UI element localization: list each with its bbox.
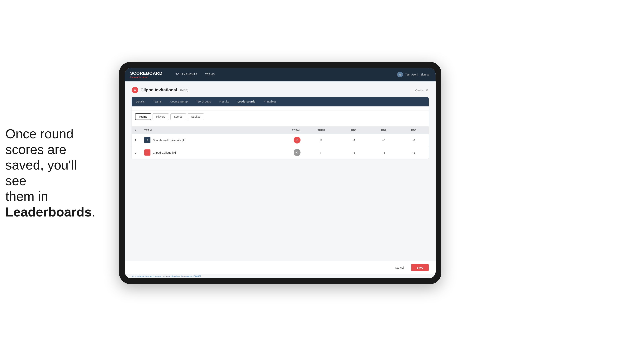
tournament-title-area: C Clippd Invitational (Men) bbox=[132, 87, 188, 93]
main-card: Details Teams Course Setup Tee Groups Re… bbox=[132, 97, 429, 159]
bottom-save-button[interactable]: Save bbox=[411, 264, 429, 271]
cancel-tournament-button[interactable]: Cancel ✕ bbox=[415, 88, 429, 92]
col-rd2: RD2 bbox=[369, 127, 399, 134]
tab-teams[interactable]: Teams bbox=[149, 97, 166, 106]
team-name: Clippd College [A] bbox=[153, 151, 176, 154]
intro-period: . bbox=[92, 205, 95, 219]
cell-rd1: -4 bbox=[339, 134, 369, 146]
user-avatar: S bbox=[397, 72, 403, 77]
tab-leaderboards[interactable]: Leaderboards bbox=[233, 97, 260, 106]
filter-teams-button[interactable]: Teams bbox=[135, 113, 151, 120]
score-badge: +3 bbox=[294, 149, 300, 156]
filter-row: Teams Players Scores Strokes bbox=[132, 111, 429, 123]
leaderboard-table: # TEAM TOTAL THRU RD1 RD2 RD3 1SScoreboa… bbox=[132, 127, 429, 159]
cell-rd2: -8 bbox=[369, 146, 399, 159]
tab-printables[interactable]: Printables bbox=[260, 97, 281, 106]
col-rank: # bbox=[132, 127, 141, 134]
intro-text: Once round scores are saved, you'll see … bbox=[5, 126, 78, 220]
table-row: 1SScoreboard University [A]-5F-4+5-6 bbox=[132, 134, 429, 146]
cell-team: SScoreboard University [A] bbox=[141, 134, 265, 146]
sub-nav: Details Teams Course Setup Tee Groups Re… bbox=[132, 97, 429, 107]
logo-area: SCOREBOARD Powered by clippd bbox=[130, 71, 162, 78]
cell-rd3: -6 bbox=[399, 134, 429, 146]
nav-bar: SCOREBOARD Powered by clippd TOURNAMENTS… bbox=[125, 68, 436, 81]
nav-teams[interactable]: TEAMS bbox=[201, 68, 218, 81]
col-rd3: RD3 bbox=[399, 127, 429, 134]
tournament-icon: C bbox=[132, 87, 138, 93]
cell-total: +3 bbox=[265, 146, 304, 159]
tablet-device: SCOREBOARD Powered by clippd TOURNAMENTS… bbox=[119, 62, 441, 284]
filter-strokes-button[interactable]: Strokes bbox=[188, 113, 204, 120]
team-logo: C bbox=[144, 150, 150, 156]
logo-title: SCOREBOARD bbox=[130, 71, 162, 76]
cell-thru: F bbox=[304, 146, 339, 159]
tablet-screen: SCOREBOARD Powered by clippd TOURNAMENTS… bbox=[125, 68, 436, 278]
tournament-header: C Clippd Invitational (Men) Cancel ✕ bbox=[132, 87, 429, 93]
tab-tee-groups[interactable]: Tee Groups bbox=[192, 97, 215, 106]
user-name: Test User | bbox=[405, 73, 418, 76]
cell-team: CClippd College [A] bbox=[141, 146, 265, 159]
filter-scores-button[interactable]: Scores bbox=[170, 113, 186, 120]
intro-line2: scores are bbox=[5, 142, 66, 157]
tab-course-setup[interactable]: Course Setup bbox=[166, 97, 192, 106]
cell-rank: 2 bbox=[132, 146, 141, 159]
cell-rd3: +3 bbox=[399, 146, 429, 159]
url-bar: https://stage-blue-coach.stagescoreboard… bbox=[125, 274, 436, 278]
tournament-title: Clippd Invitational bbox=[140, 88, 177, 93]
cancel-x-icon: ✕ bbox=[426, 88, 429, 92]
tab-results[interactable]: Results bbox=[215, 97, 233, 106]
score-badge: -5 bbox=[294, 137, 300, 144]
cell-rd2: +5 bbox=[369, 134, 399, 146]
nav-right: S Test User | Sign out bbox=[397, 72, 430, 77]
leaderboard-table-wrapper: # TEAM TOTAL THRU RD1 RD2 RD3 1SScoreboa… bbox=[132, 127, 429, 159]
logo-subtitle: Powered by clippd bbox=[130, 76, 162, 78]
cell-thru: F bbox=[304, 134, 339, 146]
col-team: TEAM bbox=[141, 127, 265, 134]
filter-players-button[interactable]: Players bbox=[152, 113, 169, 120]
team-name: Scoreboard University [A] bbox=[153, 139, 185, 142]
nav-tournaments[interactable]: TOURNAMENTS bbox=[172, 68, 201, 81]
intro-line3: saved, you'll see bbox=[5, 158, 77, 188]
cell-rd1: +8 bbox=[339, 146, 369, 159]
cell-total: -5 bbox=[265, 134, 304, 146]
col-rd1: RD1 bbox=[339, 127, 369, 134]
tournament-gender: (Men) bbox=[180, 88, 188, 92]
content-area: C Clippd Invitational (Men) Cancel ✕ Det… bbox=[125, 81, 436, 261]
intro-line5-bold: Leaderboards bbox=[5, 205, 92, 219]
bottom-cancel-button[interactable]: Cancel bbox=[390, 264, 408, 271]
col-thru: THRU bbox=[304, 127, 339, 134]
team-logo: S bbox=[144, 137, 150, 143]
tab-details[interactable]: Details bbox=[132, 97, 149, 106]
intro-line4: them in bbox=[5, 189, 48, 204]
intro-line1: Once round bbox=[5, 127, 74, 141]
table-header-row: # TEAM TOTAL THRU RD1 RD2 RD3 bbox=[132, 127, 429, 134]
bottom-bar: Cancel Save bbox=[125, 261, 436, 274]
sign-out-link[interactable]: Sign out bbox=[420, 73, 430, 76]
table-row: 2CClippd College [A]+3F+8-8+3 bbox=[132, 146, 429, 159]
nav-links: TOURNAMENTS TEAMS bbox=[172, 68, 397, 81]
col-total: TOTAL bbox=[265, 127, 304, 134]
cell-rank: 1 bbox=[132, 134, 141, 146]
